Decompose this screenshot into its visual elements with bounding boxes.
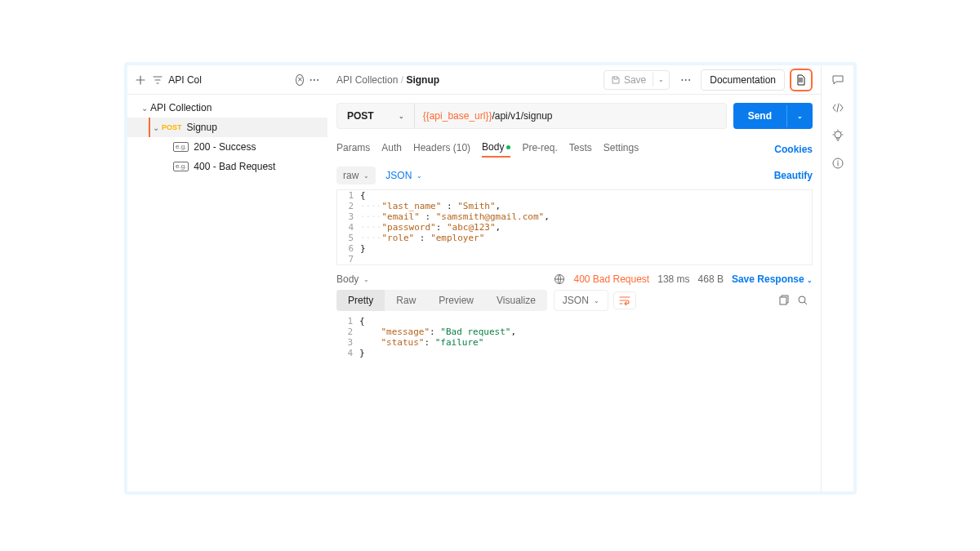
response-tabs: Pretty Raw Preview Visualize JSON ⌄ (328, 290, 821, 311)
svg-point-3 (835, 131, 841, 138)
request-header: API Collection / Signup Save ⌄ ··· Docum… (328, 65, 821, 95)
search-icon (797, 295, 808, 306)
sidebar: ✕ ··· ⌄ API Collection ⌄ POST Signup e.g… (127, 65, 328, 491)
copy-response-button[interactable] (773, 291, 793, 310)
resp-tab-pretty[interactable]: Pretty (336, 290, 385, 311)
chevron-down-icon: ⌄ (594, 297, 599, 304)
body-raw-select[interactable]: raw ⌄ (336, 167, 376, 184)
right-rail (821, 65, 853, 491)
send-button[interactable]: Send ⌄ (733, 103, 813, 129)
example-badge: e.g. (173, 162, 189, 171)
send-dropdown[interactable]: ⌄ (786, 105, 813, 127)
method-badge: POST (162, 123, 182, 131)
body-type-row: raw ⌄ JSON ⌄ Beautify (328, 162, 821, 189)
breadcrumb-current: Signup (406, 74, 439, 86)
tree-example-400[interactable]: e.g. 400 - Bad Request (127, 157, 327, 176)
code-icon[interactable] (831, 101, 844, 114)
method-select[interactable]: POST ⌄ (337, 104, 415, 128)
resp-json-select[interactable]: JSON ⌄ (554, 290, 608, 311)
document-icon (795, 74, 807, 86)
info-icon[interactable] (831, 157, 844, 170)
body-json-select[interactable]: JSON ⌄ (385, 170, 422, 181)
url-row: POST ⌄ {{api_base_url}}/api/v1/signup Se… (328, 95, 821, 137)
response-view-tabs: Pretty Raw Preview Visualize (336, 290, 547, 311)
beautify-button[interactable]: Beautify (774, 170, 813, 181)
header-more-button[interactable]: ··· (676, 70, 696, 90)
chevron-down-icon: ⌄ (399, 113, 404, 120)
save-icon (611, 75, 621, 85)
example-badge: e.g. (173, 142, 189, 152)
response-body-dropdown[interactable]: Body ⌄ (336, 273, 369, 285)
new-button[interactable] (134, 70, 146, 90)
chevron-down-icon: ⌄ (363, 172, 369, 180)
sidebar-search-input[interactable] (168, 74, 291, 86)
filter-icon[interactable] (151, 70, 163, 90)
tab-body[interactable]: Body (482, 141, 510, 158)
request-tabs: Params Auth Headers (10) Body Pre-req. T… (328, 137, 821, 162)
tree-collection[interactable]: ⌄ API Collection (127, 98, 327, 118)
resp-tab-raw[interactable]: Raw (385, 290, 427, 311)
response-body-editor[interactable]: 1{ 2 "message": "Bad request", 3 "status… (336, 316, 813, 358)
wrap-icon (619, 295, 630, 305)
resp-tab-visualize[interactable]: Visualize (485, 290, 547, 311)
comments-icon[interactable] (831, 73, 844, 87)
svg-point-2 (799, 296, 805, 303)
url-path: /api/v1/signup (492, 110, 552, 122)
save-response-button[interactable]: Save Response ⌄ (732, 273, 813, 285)
svg-rect-1 (780, 297, 786, 304)
lightbulb-icon[interactable] (831, 129, 844, 142)
copy-icon (777, 295, 789, 306)
chevron-down-icon: ⌄ (363, 276, 369, 283)
tab-prereq[interactable]: Pre-req. (522, 142, 557, 157)
documentation-button[interactable]: Documentation (701, 69, 785, 91)
response-size: 468 B (698, 273, 724, 285)
modified-dot-icon (506, 145, 510, 149)
breadcrumb-collection[interactable]: API Collection (336, 74, 398, 86)
chevron-down-icon: ⌄ (150, 123, 162, 132)
tab-params[interactable]: Params (336, 142, 370, 157)
app-frame: ✕ ··· ⌄ API Collection ⌄ POST Signup e.g… (124, 62, 857, 495)
tree-request-signup[interactable]: ⌄ POST Signup (127, 118, 327, 137)
request-body-editor[interactable]: 1{ 2····"last_name" : "Smith", 3····"ema… (336, 189, 813, 265)
response-status: 400 Bad Request (573, 273, 649, 285)
url-variable: {{api_base_url}} (423, 110, 492, 122)
resp-tab-preview[interactable]: Preview (427, 290, 485, 311)
content: API Collection / Signup Save ⌄ ··· Docum… (328, 65, 821, 491)
url-box: POST ⌄ {{api_base_url}}/api/v1/signup (336, 103, 727, 129)
example-label: 400 - Bad Request (194, 161, 275, 172)
breadcrumb: API Collection / Signup (336, 74, 604, 86)
collection-label: API Collection (150, 102, 212, 113)
tab-tests[interactable]: Tests (569, 142, 592, 157)
globe-icon (554, 273, 565, 285)
example-label: 200 - Success (194, 141, 256, 153)
main-panel: API Collection / Signup Save ⌄ ··· Docum… (328, 65, 853, 491)
save-button[interactable]: Save (604, 71, 653, 89)
request-label: Signup (187, 122, 217, 133)
tab-settings[interactable]: Settings (604, 142, 639, 157)
tab-headers[interactable]: Headers (10) (413, 142, 470, 157)
tree-example-200[interactable]: e.g. 200 - Success (127, 137, 327, 157)
documentation-icon-highlight[interactable] (790, 69, 813, 91)
sidebar-toolbar: ✕ ··· (127, 65, 327, 95)
save-button-group: Save ⌄ (604, 70, 670, 90)
response-header: Body ⌄ 400 Bad Request 138 ms 468 B Save… (328, 265, 821, 290)
response-time: 138 ms (657, 273, 689, 285)
wrap-lines-button[interactable] (613, 291, 636, 309)
sidebar-more-button[interactable]: ··· (309, 70, 321, 90)
search-response-button[interactable] (793, 291, 813, 310)
clear-search-button[interactable]: ✕ (296, 74, 304, 86)
url-input[interactable]: {{api_base_url}}/api/v1/signup (415, 110, 726, 122)
tab-auth[interactable]: Auth (381, 142, 402, 157)
save-dropdown[interactable]: ⌄ (653, 73, 669, 87)
chevron-down-icon: ⌄ (139, 104, 150, 113)
collection-tree: ⌄ API Collection ⌄ POST Signup e.g. 200 … (127, 95, 327, 176)
cookies-link[interactable]: Cookies (774, 144, 813, 155)
chevron-down-icon: ⌄ (416, 172, 422, 180)
